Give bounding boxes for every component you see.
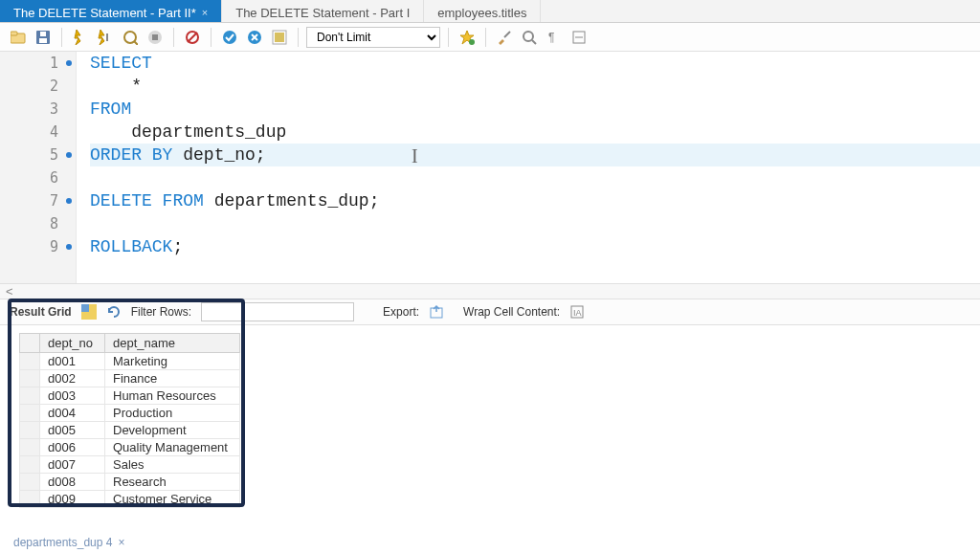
tab-label: employees.titles <box>437 6 526 20</box>
filter-rows-label: Filter Rows: <box>131 305 191 319</box>
table-row[interactable]: d006Quality Management <box>20 439 240 456</box>
svg-rect-3 <box>39 38 47 43</box>
open-file-button[interactable] <box>8 27 29 48</box>
no-autocommit-button[interactable] <box>182 27 203 48</box>
horizontal-scrollbar[interactable]: < <box>0 283 980 299</box>
find-button[interactable] <box>519 27 540 48</box>
svg-line-19 <box>532 40 536 44</box>
result-grid-panel: dept_nodept_named001Marketingd002Finance… <box>0 325 980 508</box>
svg-line-10 <box>188 33 197 42</box>
separator <box>211 28 212 47</box>
table-row[interactable]: d001Marketing <box>20 353 240 370</box>
separator <box>448 28 449 47</box>
beautify-button[interactable] <box>494 27 515 48</box>
filter-rows-input[interactable] <box>201 302 354 321</box>
rollback-button[interactable] <box>244 27 265 48</box>
line-gutter: 123456789 <box>0 52 77 283</box>
tab-delete-part-2[interactable]: The DELETE Statement - Part II* × <box>0 0 222 22</box>
export-icon[interactable] <box>429 304 444 320</box>
svg-line-6 <box>134 41 138 45</box>
result-grid-label: Result Grid <box>10 305 72 319</box>
explain-button[interactable] <box>120 27 141 48</box>
wrap-cell-icon[interactable]: IA <box>569 304 585 320</box>
table-row[interactable]: d002Finance <box>20 370 240 387</box>
limit-rows-select[interactable]: Don't Limit <box>306 27 440 48</box>
svg-text:IA: IA <box>573 308 582 318</box>
svg-rect-8 <box>152 34 158 40</box>
wrap-cell-label: Wrap Cell Content: <box>463 305 560 319</box>
result-tab-label: departments_dup 4 <box>13 536 112 549</box>
column-header[interactable]: dept_name <box>105 334 240 353</box>
svg-rect-1 <box>11 32 17 35</box>
svg-rect-16 <box>275 33 284 42</box>
editor-tabs: The DELETE Statement - Part II* × The DE… <box>0 0 980 23</box>
tab-label: The DELETE Statement - Part I <box>235 6 410 20</box>
text-cursor-icon: I <box>412 145 418 167</box>
grid-view-icon[interactable] <box>81 304 97 320</box>
table-row[interactable]: d005Development <box>20 422 240 439</box>
sql-editor[interactable]: 123456789 SELECT *FROM departments_dupOR… <box>0 52 980 283</box>
close-icon[interactable]: × <box>202 7 208 18</box>
execute-button[interactable] <box>70 27 91 48</box>
table-row[interactable]: d004Production <box>20 405 240 422</box>
table-row[interactable]: d008Research <box>20 474 240 491</box>
table-row[interactable]: d003Human Resources <box>20 387 240 405</box>
result-tab[interactable]: departments_dup 4 × <box>13 536 124 549</box>
separator <box>61 28 62 47</box>
tab-label: The DELETE Statement - Part II* <box>13 6 196 20</box>
separator <box>485 28 486 47</box>
export-label: Export: <box>383 305 419 319</box>
save-button[interactable] <box>33 27 54 48</box>
svg-rect-4 <box>40 32 46 36</box>
tab-delete-part-1[interactable]: The DELETE Statement - Part I <box>222 0 424 22</box>
result-toolbar: Result Grid Filter Rows: Export: Wrap Ce… <box>0 299 980 325</box>
table-row[interactable]: d009Customer Service <box>20 491 240 508</box>
separator <box>173 28 174 47</box>
execute-current-button[interactable] <box>95 27 116 48</box>
refresh-icon[interactable] <box>106 304 122 320</box>
code-area[interactable]: SELECT *FROM departments_dupORDER BY dep… <box>77 52 980 283</box>
svg-point-18 <box>523 32 533 41</box>
column-header[interactable]: dept_no <box>40 334 105 353</box>
sql-toolbar: Don't Limit ¶ <box>0 23 980 52</box>
table-row[interactable]: d007Sales <box>20 456 240 474</box>
favorite-button[interactable] <box>457 27 478 48</box>
tab-employees-titles[interactable]: employees.titles <box>424 0 541 22</box>
toggle-autocommit-button[interactable] <box>269 27 290 48</box>
show-invisible-button[interactable]: ¶ <box>544 27 565 48</box>
wrap-button[interactable] <box>568 27 590 48</box>
svg-text:¶: ¶ <box>548 31 554 44</box>
svg-point-11 <box>223 31 236 44</box>
close-icon[interactable]: × <box>118 536 124 549</box>
result-grid[interactable]: dept_nodept_named001Marketingd002Finance… <box>19 333 240 508</box>
stop-button[interactable] <box>145 27 166 48</box>
svg-point-17 <box>469 39 475 45</box>
separator <box>298 28 299 47</box>
commit-button[interactable] <box>219 27 240 48</box>
svg-rect-23 <box>81 304 89 312</box>
